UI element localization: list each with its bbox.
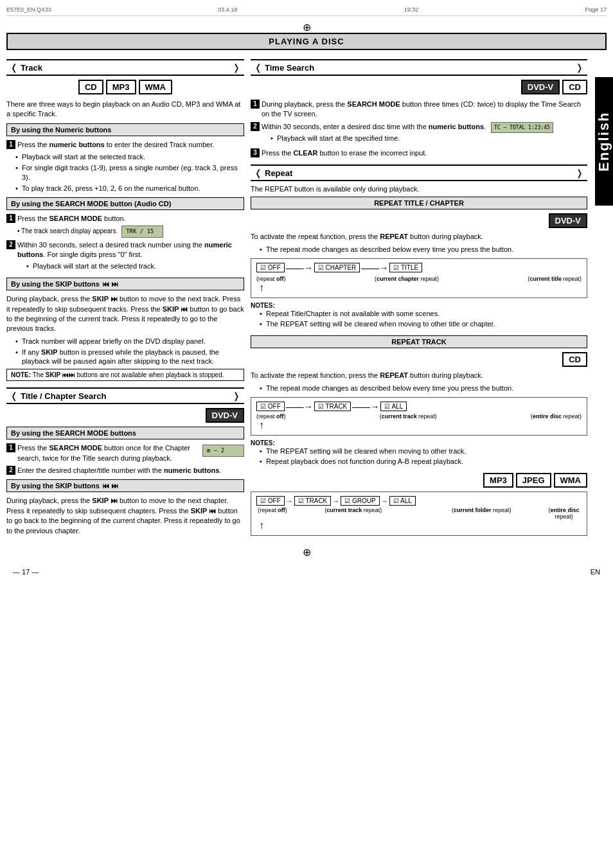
rt-label-track: (current track repeat) — [287, 413, 529, 420]
header-date: 03.4.18 — [218, 6, 237, 13]
mp3-label-all: (entire disc repeat) — [546, 507, 582, 520]
footer-page: — 17 — — [13, 568, 39, 576]
skip-sub-text: By using the SKIP buttons — [11, 280, 100, 288]
ts-formats: DVD-V CD — [251, 80, 587, 94]
mp3-track: ☑ TRACK — [294, 496, 332, 506]
numeric-step1: 1 Press the numeric buttons to enter the… — [6, 140, 244, 150]
mp3-off: ☑ OFF — [256, 496, 285, 506]
mp3-back-arrow: ↑ — [259, 520, 582, 531]
rtc-label-chapter: (current chapter repeat) — [287, 276, 527, 282]
playing-disc-title: PLAYING A DISC — [6, 33, 607, 50]
ts-step2-bullets: Playback will start at the specified tim… — [271, 134, 486, 143]
search-mode-step2-num: 2 — [6, 240, 15, 249]
repeat-section-header: ❬ Repeat ❭ — [251, 164, 587, 181]
rt-flow: ☑ OFF ——→ ☑ TRACK ——→ ☑ ALL — [256, 402, 582, 412]
search-mode-step2: 2 Within 30 seconds, select a desired tr… — [6, 240, 244, 274]
mp3-labels-row: (repeat off) (current track repeat) (cur… — [256, 507, 582, 520]
skip-icons: ⏮ ⏭ — [102, 280, 118, 288]
rtc-notes-title: NOTES: — [251, 302, 587, 309]
search-mode-sub-note: • The track search display appears. — [17, 227, 118, 236]
rt-track: ☑ TRACK — [314, 402, 351, 411]
track-formats: CD MP3 WMA — [6, 80, 244, 94]
ts-step2: 2 Within 30 seconds, enter a desired dis… — [251, 122, 587, 146]
rtc-note-2: The REPEAT setting will be cleared when … — [260, 319, 587, 329]
lcd-trk: TRK / 15 — [121, 226, 163, 238]
rt-arrow2: ——→ — [352, 402, 379, 412]
rt-notes-list: The REPEAT setting will be cleared when … — [260, 447, 587, 467]
ts-title: Time Search — [265, 63, 573, 73]
ts-step3: 3 Press the CLEAR button to erase the in… — [251, 148, 587, 158]
tc-left-arrow: ❬ — [10, 391, 18, 401]
repeat-title-chapter-sub: REPEAT TITLE / CHAPTER — [251, 197, 587, 209]
skip-note-box: NOTE: The SKIP ⏮⏭ buttons are not availa… — [6, 369, 244, 381]
rtc-notes-list: Repeat Title/Chapter is not available wi… — [260, 309, 587, 330]
right-column: ❬ Time Search ❭ DVD-V CD 1 During playba… — [251, 57, 587, 540]
header-time: 19:32 — [404, 6, 419, 13]
rtc-flow: ☑ OFF ——→ ☑ CHAPTER ——→ ☑ TITLE — [256, 263, 582, 273]
badge-cd: CD — [78, 80, 103, 94]
rtc-diagram: ☑ OFF ——→ ☑ CHAPTER ——→ ☑ TITLE (repeat … — [251, 258, 587, 298]
page-wrapper: E57E0_EN.QX33 03.4.18 19:32 Page 17 ⊕ PL… — [0, 0, 613, 868]
rt-back-arrow: ↑ — [259, 420, 582, 431]
rtc-intro: To activate the repeat function, press t… — [251, 232, 587, 242]
rtc-back-arrow: ↑ — [259, 282, 582, 294]
header-bar: E57E0_EN.QX33 03.4.18 19:32 Page 17 — [6, 6, 607, 16]
ts-step1-content: During playback, press the SEARCH MODE b… — [262, 100, 587, 120]
rt-cd-badge: CD — [562, 352, 587, 367]
crosshair-top: ⊕ — [6, 21, 607, 33]
mp3-label-group: (current folder repeat) — [418, 507, 546, 513]
skip-text: During playback, press the SKIP ⏭ button… — [6, 294, 244, 334]
rtc-notes: NOTES: Repeat Title/Chapter is not avail… — [251, 302, 587, 330]
rtc-chapter: ☑ CHAPTER — [314, 263, 360, 272]
footer-en: EN — [591, 568, 600, 576]
numeric-step1-num: 1 — [6, 140, 15, 149]
ts-left-arrow: ❬ — [254, 62, 262, 73]
rt-bullet: The repeat mode changes as described bel… — [260, 384, 587, 393]
jpeg-badge: JPEG — [516, 473, 551, 488]
search-mode-step2-bullets: Playback will start at the selected trac… — [26, 261, 244, 271]
title-chapter-section-header: ❬ Title / Chapter Search ❭ — [6, 387, 244, 404]
track-left-arrow: ❬ — [10, 62, 18, 73]
ts-cd-badge: CD — [562, 80, 587, 94]
numeric-step1-content: Press the numeric buttons to enter the d… — [17, 140, 244, 150]
rt-note-2: Repeat playback does not function during… — [260, 457, 587, 466]
mp3-formats: MP3 JPEG WMA — [251, 473, 587, 488]
repeat-left-arrow: ❬ — [254, 168, 262, 178]
rt-format-wrapper: CD — [251, 352, 587, 367]
badge-wma: WMA — [139, 80, 173, 94]
tc-right-arrow: ❭ — [233, 391, 240, 401]
rt-notes-title: NOTES: — [251, 439, 587, 447]
rt-arrow1: ——→ — [286, 402, 313, 412]
ts-step1: 1 During playback, press the SEARCH MODE… — [251, 100, 587, 120]
tc-step2-num: 2 — [6, 466, 15, 475]
search-mode-step2-bullet: Playback will start at the selected trac… — [26, 261, 244, 271]
skip-note-label: NOTE: — [11, 371, 31, 378]
ts-step2-num: 2 — [251, 122, 260, 131]
rtc-label-off: (repeat off) — [256, 276, 286, 282]
page-footer: — 17 — EN — [6, 565, 607, 576]
skip-note-text: The SKIP ⏮⏭ buttons are not available wh… — [33, 371, 224, 378]
numeric-bullet-3: To play track 26, press +10, 2, 6 on the… — [15, 184, 244, 193]
rt-all: ☑ ALL — [380, 402, 407, 411]
left-column: ❬ Track ❭ CD MP3 WMA There are three way… — [6, 57, 244, 540]
tc-step1-text: Press the SEARCH MODE button once for th… — [17, 443, 199, 463]
tc-step2: 2 Enter the desired chapter/title number… — [6, 466, 244, 475]
mp3-arrow1: → — [286, 497, 293, 505]
search-mode-step2-content: Within 30 seconds, select a desired trac… — [17, 240, 244, 274]
tc-skip-sub-text: By using the SKIP buttons — [11, 482, 100, 490]
ts-step2-text: Within 30 seconds, enter a desired disc … — [262, 122, 486, 146]
rtc-labels-row: (repeat off) (current chapter repeat) (c… — [256, 276, 582, 282]
numeric-bullet-2: For single digit tracks (1-9), press a s… — [15, 163, 244, 182]
rt-note-1: The REPEAT setting will be cleared when … — [260, 447, 587, 456]
numeric-bullet-1: Playback will start at the selected trac… — [15, 152, 244, 162]
tc-title: Title / Chapter Search — [21, 391, 230, 401]
ts-step2-content: Within 30 seconds, enter a desired disc … — [262, 122, 587, 146]
rtc-note-1: Repeat Title/Chapter is not available wi… — [260, 309, 587, 319]
ts-step3-content: Press the CLEAR button to erase the inco… — [262, 148, 587, 158]
repeat-intro: The REPEAT button is available only duri… — [251, 185, 587, 193]
track-right-arrow: ❭ — [233, 62, 240, 73]
tc-skip-text: During playback, press the SKIP ⏭ button… — [6, 496, 244, 536]
ts-step1-num: 1 — [251, 100, 260, 109]
main-content: ❬ Track ❭ CD MP3 WMA There are three way… — [6, 57, 587, 540]
search-mode-sub-header: By using the SEARCH MODE button (Audio C… — [6, 197, 244, 210]
